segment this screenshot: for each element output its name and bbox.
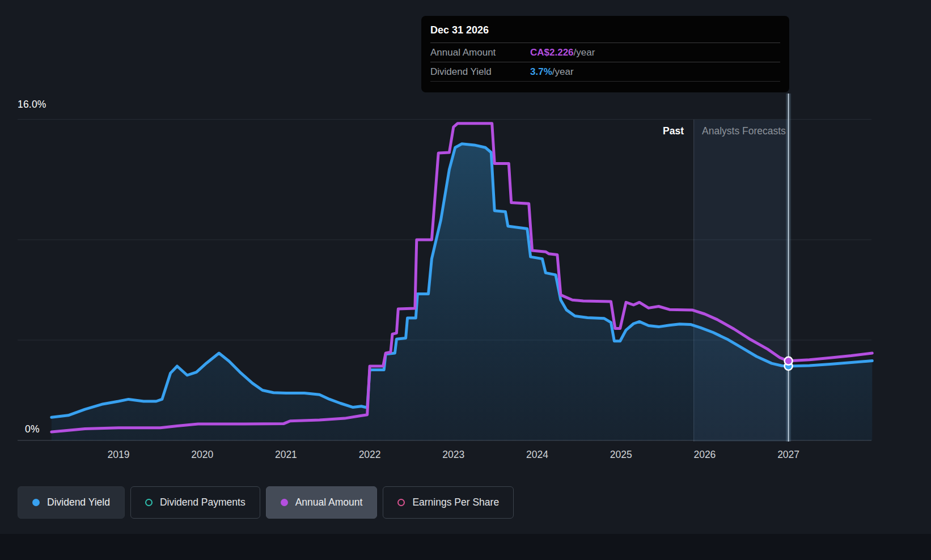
legend-label: Dividend Payments: [160, 497, 246, 508]
x-axis-label-2023: 2023: [428, 449, 479, 461]
x-axis-label-2022: 2022: [344, 449, 395, 461]
tooltip-dividend-yield-label: Dividend Yield: [430, 66, 530, 78]
x-axis-label-2027: 2027: [763, 449, 814, 461]
dividend-payments-swatch-icon: [145, 499, 153, 506]
x-axis-label-2025: 2025: [595, 449, 646, 461]
annual-amount-swatch-icon: [281, 499, 288, 506]
tooltip-annual-amount-label: Annual Amount: [430, 47, 530, 58]
y-axis-bottom-label: 0%: [25, 423, 40, 435]
tooltip-annual-amount-value: CA$2.226/year: [530, 47, 595, 58]
legend-earnings-per-share-button[interactable]: Earnings Per Share: [383, 486, 514, 519]
y-axis-top-label: 16.0%: [18, 99, 46, 111]
x-axis: 201920202021202220232024202520262027: [0, 449, 931, 465]
x-axis-label-2021: 2021: [260, 449, 311, 461]
legend-dividend-payments-button[interactable]: Dividend Payments: [130, 486, 260, 519]
x-axis-label-2026: 2026: [679, 449, 730, 461]
bottom-bar: [0, 534, 931, 560]
dividend-yield-swatch-icon: [32, 499, 40, 506]
legend: Dividend Yield Dividend Payments Annual …: [18, 486, 514, 519]
annual-amount-marker[interactable]: [785, 357, 793, 365]
legend-annual-amount-button[interactable]: Annual Amount: [266, 486, 378, 519]
legend-label: Dividend Yield: [47, 497, 110, 508]
earnings-per-share-swatch-icon: [397, 499, 405, 506]
chart-tooltip: Dec 31 2026 Annual Amount CA$2.226/year …: [421, 16, 789, 92]
tooltip-row-dividend-yield: Dividend Yield 3.7%/year: [430, 62, 780, 82]
x-axis-label-2019: 2019: [93, 449, 144, 461]
legend-label: Annual Amount: [295, 497, 363, 508]
legend-label: Earnings Per Share: [412, 497, 499, 508]
dividend-chart-widget: 16.0% 0% 2019202020212022202320242025202…: [0, 0, 931, 560]
tooltip-dividend-yield-value: 3.7%/year: [530, 66, 574, 78]
past-label: Past: [590, 125, 684, 137]
tooltip-date: Dec 31 2026: [430, 23, 780, 43]
x-axis-label-2024: 2024: [512, 449, 563, 461]
x-axis-label-2020: 2020: [177, 449, 228, 461]
analysts-forecasts-label: Analysts Forecasts: [702, 125, 786, 137]
legend-dividend-yield-button[interactable]: Dividend Yield: [18, 486, 125, 519]
tooltip-row-annual-amount: Annual Amount CA$2.226/year: [430, 43, 780, 62]
